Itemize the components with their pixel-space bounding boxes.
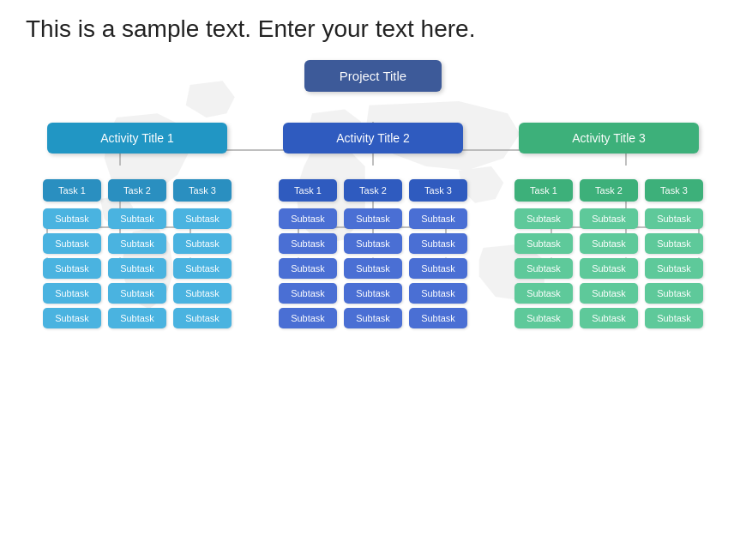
tasks-row-1: Task 1 Task 2 Task 3 [43,179,232,202]
sub-col-3-2: Subtask Subtask Subtask Subtask Subtask [580,208,638,328]
activity-title-1[interactable]: Activity Title 1 [47,123,227,154]
subtask[interactable]: Subtask [344,283,402,304]
activity-column-1: Activity Title 1 Task 1 Task 2 Task 3 Su… [33,123,243,328]
diagram-content: Project Title Activity Title 1 Task 1 Ta… [0,51,746,328]
subtask[interactable]: Subtask [108,208,166,229]
subtask[interactable]: Subtask [279,283,337,304]
tasks-row-2: Task 1 Task 2 Task 3 [279,179,467,202]
activity-column-2: Activity Title 2 Task 1 Task 2 Task 3 Su… [268,123,478,328]
task-box-1-1[interactable]: Task 1 [43,179,101,202]
subtask[interactable]: Subtask [108,308,166,328]
subtask[interactable]: Subtask [514,308,573,328]
subtask[interactable]: Subtask [409,308,467,328]
subtask[interactable]: Subtask [514,258,573,279]
project-title-box[interactable]: Project Title [304,60,442,92]
subtask[interactable]: Subtask [173,208,232,229]
header-text: This is a sample text. Enter your text h… [0,0,746,51]
subtask[interactable]: Subtask [514,208,573,229]
subtask[interactable]: Subtask [409,233,467,254]
subtask[interactable]: Subtask [43,258,101,279]
sub-col-1-2: Subtask Subtask Subtask Subtask Subtask [108,208,166,328]
subtask[interactable]: Subtask [645,233,703,254]
subtask[interactable]: Subtask [580,258,638,279]
sub-col-2-2: Subtask Subtask Subtask Subtask Subtask [344,208,402,328]
subtask[interactable]: Subtask [43,308,101,328]
subtask[interactable]: Subtask [43,208,101,229]
activity-title-2[interactable]: Activity Title 2 [283,123,463,154]
task-box-3-2[interactable]: Task 2 [580,179,638,202]
subtask[interactable]: Subtask [173,233,232,254]
subtask[interactable]: Subtask [279,233,337,254]
subtask[interactable]: Subtask [645,208,703,229]
subtask[interactable]: Subtask [108,258,166,279]
subtask[interactable]: Subtask [43,233,101,254]
subtask[interactable]: Subtask [645,283,703,304]
subtask[interactable]: Subtask [279,308,337,328]
task-box-3-3[interactable]: Task 3 [645,179,703,202]
tasks-row-3: Task 1 Task 2 Task 3 [514,179,703,202]
subtask[interactable]: Subtask [173,283,232,304]
sub-col-1-1: Subtask Subtask Subtask Subtask Subtask [43,208,101,328]
subtasks-3: Subtask Subtask Subtask Subtask Subtask … [514,208,703,328]
activity-column-3: Activity Title 3 Task 1 Task 2 Task 3 Su… [504,123,714,328]
subtask[interactable]: Subtask [173,308,232,328]
task-box-2-3[interactable]: Task 3 [409,179,467,202]
subtask[interactable]: Subtask [645,308,703,328]
sub-col-3-3: Subtask Subtask Subtask Subtask Subtask [645,208,703,328]
subtask[interactable]: Subtask [645,258,703,279]
activities-row: Activity Title 1 Task 1 Task 2 Task 3 Su… [33,123,714,328]
activity-title-3[interactable]: Activity Title 3 [519,123,699,154]
subtask[interactable]: Subtask [279,208,337,229]
subtask[interactable]: Subtask [344,208,402,229]
subtask[interactable]: Subtask [409,208,467,229]
subtasks-2: Subtask Subtask Subtask Subtask Subtask … [279,208,467,328]
sub-col-3-1: Subtask Subtask Subtask Subtask Subtask [514,208,573,328]
task-box-2-1[interactable]: Task 1 [279,179,337,202]
task-box-2-2[interactable]: Task 2 [344,179,402,202]
subtasks-1: Subtask Subtask Subtask Subtask Subtask … [43,208,232,328]
subtask[interactable]: Subtask [580,233,638,254]
subtask[interactable]: Subtask [173,258,232,279]
subtask[interactable]: Subtask [344,233,402,254]
subtask[interactable]: Subtask [344,308,402,328]
subtask[interactable]: Subtask [409,258,467,279]
subtask[interactable]: Subtask [344,258,402,279]
subtask[interactable]: Subtask [108,233,166,254]
sub-col-2-1: Subtask Subtask Subtask Subtask Subtask [279,208,337,328]
subtask[interactable]: Subtask [108,283,166,304]
subtask[interactable]: Subtask [409,283,467,304]
subtask[interactable]: Subtask [279,258,337,279]
subtask[interactable]: Subtask [580,208,638,229]
sub-col-2-3: Subtask Subtask Subtask Subtask Subtask [409,208,467,328]
task-box-1-2[interactable]: Task 2 [108,179,166,202]
subtask[interactable]: Subtask [43,283,101,304]
subtask[interactable]: Subtask [580,283,638,304]
subtask[interactable]: Subtask [514,233,573,254]
task-box-1-3[interactable]: Task 3 [173,179,232,202]
task-box-3-1[interactable]: Task 1 [514,179,573,202]
diagram-area: Project Title Activity Title 1 Task 1 Ta… [0,51,746,549]
subtask[interactable]: Subtask [514,283,573,304]
subtask[interactable]: Subtask [580,308,638,328]
sub-col-1-3: Subtask Subtask Subtask Subtask Subtask [173,208,232,328]
